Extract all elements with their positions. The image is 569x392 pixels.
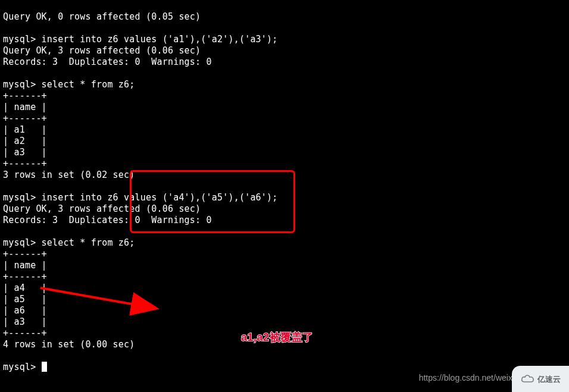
terminal-output[interactable]: Query OK, 0 rows affected (0.05 sec) mys… [0,0,569,373]
terminal-line: 3 rows in set (0.02 sec) [3,170,135,180]
terminal-prompt[interactable]: mysql> [3,362,42,372]
terminal-line: | a5 | [3,294,47,305]
terminal-line: mysql> select * from z6; [3,79,135,90]
terminal-line: | a3 | [3,147,47,158]
terminal-line: Query OK, 0 rows affected (0.05 sec) [3,11,201,22]
terminal-line: | a2 | [3,136,47,146]
cursor-icon [42,362,47,372]
watermark-logo: 亿速云 [512,366,569,392]
terminal-line: | name | [3,260,47,271]
terminal-line: +------+ [3,271,47,282]
terminal-line: +------+ [3,158,47,169]
terminal-line: +------+ [3,328,47,338]
watermark-url: https://blog.csdn.net/weixi [419,372,514,384]
terminal-line: Query OK, 3 rows affected (0.06 sec) [3,203,201,214]
terminal-line: mysql> insert into z6 values ('a1'),('a2… [3,34,278,45]
terminal-line: | a4 | [3,283,47,293]
terminal-line: | a1 | [3,124,47,135]
annotation-text: a1,a2被覆盖了 [241,332,314,343]
terminal-line: Query OK, 3 rows affected (0.06 sec) [3,45,201,56]
cloud-icon [521,374,535,385]
terminal-line: Records: 3 Duplicates: 0 Warnings: 0 [3,215,212,225]
watermark-logo-text: 亿速云 [537,374,561,385]
terminal-line: | a6 | [3,305,47,316]
terminal-line: mysql> insert into z6 values ('a4'),('a5… [3,192,278,203]
terminal-line: | name | [3,102,47,112]
terminal-line: +------+ [3,249,47,259]
terminal-line: Records: 3 Duplicates: 0 Warnings: 0 [3,57,212,67]
terminal-line: +------+ [3,90,47,101]
terminal-line: +------+ [3,113,47,124]
terminal-line: mysql> select * from z6; [3,237,135,248]
terminal-line: 4 rows in set (0.00 sec) [3,339,135,350]
terminal-line: | a3 | [3,316,47,327]
